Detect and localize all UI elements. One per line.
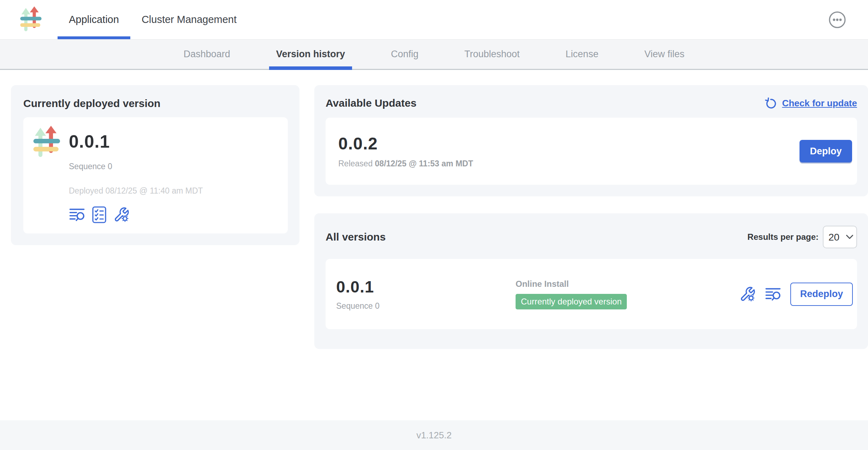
all-versions-title: All versions bbox=[326, 231, 386, 243]
deployed-version-number: 0.0.1 bbox=[69, 131, 203, 152]
available-updates-card: Available Updates Check for update 0.0.2… bbox=[314, 85, 868, 196]
check-for-update-link[interactable]: Check for update bbox=[765, 97, 857, 109]
preflight-checks-button[interactable] bbox=[92, 206, 106, 223]
currently-deployed-title: Currently deployed version bbox=[23, 97, 288, 109]
console-version: v1.125.2 bbox=[416, 430, 452, 441]
install-type-label: Online Install bbox=[516, 279, 627, 289]
main-content: Currently deployed version 0.0.1 Sequenc… bbox=[0, 70, 868, 420]
row-sequence: Sequence 0 bbox=[336, 301, 516, 311]
header-tabs: Application Cluster Management bbox=[58, 0, 248, 39]
edit-config-button[interactable] bbox=[739, 286, 756, 302]
config-wrench-icon bbox=[113, 207, 130, 223]
logs-search-icon bbox=[765, 287, 781, 302]
tab-application[interactable]: Application bbox=[58, 0, 130, 39]
deployed-sequence: Sequence 0 bbox=[69, 162, 203, 171]
available-updates-title: Available Updates bbox=[326, 97, 416, 109]
header-spacer bbox=[248, 0, 828, 39]
currently-deployed-card: Currently deployed version 0.0.1 Sequenc… bbox=[11, 85, 299, 245]
view-logs-button[interactable] bbox=[69, 207, 85, 222]
row-actions: Redeploy bbox=[739, 283, 853, 306]
version-row: 0.0.1 Sequence 0 Online Install Currentl… bbox=[326, 259, 857, 329]
app-subnav: Dashboard Version history Config Trouble… bbox=[0, 40, 868, 70]
tab-dashboard[interactable]: Dashboard bbox=[177, 40, 237, 69]
tab-version-history[interactable]: Version history bbox=[269, 40, 352, 69]
ellipsis-circle-icon bbox=[828, 11, 846, 29]
deploy-button[interactable]: Deploy bbox=[799, 140, 852, 162]
version-history-page: Application Cluster Management Dashboard… bbox=[0, 0, 868, 450]
update-version-number: 0.0.2 bbox=[338, 134, 473, 153]
top-navbar: Application Cluster Management bbox=[0, 0, 868, 40]
results-per-page-label: Results per page: bbox=[748, 232, 819, 242]
update-released-timestamp: Released 08/12/25 @ 11:53 am MDT bbox=[338, 159, 473, 168]
redeploy-button[interactable]: Redeploy bbox=[790, 283, 853, 306]
config-wrench-icon bbox=[739, 286, 756, 302]
results-per-page-group: Results per page: 20 bbox=[748, 226, 857, 248]
right-column: Available Updates Check for update 0.0.2… bbox=[314, 85, 868, 420]
preflight-checklist-icon bbox=[92, 206, 106, 223]
tab-config[interactable]: Config bbox=[384, 40, 426, 69]
currently-deployed-version-panel: 0.0.1 Sequence 0 Deployed 08/12/25 @ 11:… bbox=[23, 117, 288, 233]
all-versions-card: All versions Results per page: 20 bbox=[314, 213, 868, 349]
edit-config-button[interactable] bbox=[113, 207, 130, 223]
refresh-icon bbox=[765, 97, 777, 109]
app-logo bbox=[20, 0, 42, 39]
tab-cluster-management[interactable]: Cluster Management bbox=[130, 0, 248, 39]
app-logo-arrows-icon bbox=[20, 6, 42, 33]
app-logo-arrows-icon bbox=[33, 126, 61, 159]
tab-view-files[interactable]: View files bbox=[637, 40, 692, 69]
logs-search-icon bbox=[69, 207, 85, 222]
check-for-update-label: Check for update bbox=[782, 98, 857, 109]
page-footer: v1.125.2 bbox=[0, 420, 868, 450]
row-version-number: 0.0.1 bbox=[336, 277, 516, 296]
available-update-row: 0.0.2 Released 08/12/25 @ 11:53 am MDT D… bbox=[326, 118, 857, 185]
overflow-menu-button[interactable] bbox=[828, 11, 846, 29]
tab-troubleshoot[interactable]: Troubleshoot bbox=[457, 40, 527, 69]
deployed-timestamp: Deployed 08/12/25 @ 11:40 am MDT bbox=[69, 186, 203, 196]
currently-deployed-badge: Currently deployed version bbox=[516, 294, 627, 309]
results-per-page-select[interactable]: 20 bbox=[823, 226, 857, 248]
view-logs-button[interactable] bbox=[765, 287, 781, 302]
deployed-version-actions bbox=[69, 206, 203, 223]
tab-license[interactable]: License bbox=[559, 40, 606, 69]
